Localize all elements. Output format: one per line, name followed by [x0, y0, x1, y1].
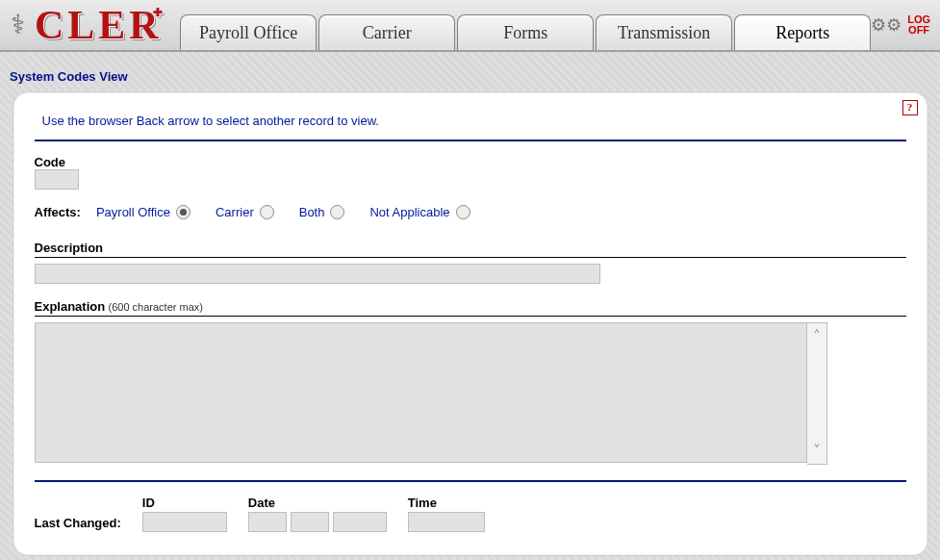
last-changed-id-col: ID [142, 496, 227, 532]
date-part-1 [248, 512, 287, 532]
app-logo: CLER✚ [35, 2, 176, 48]
description-divider [35, 257, 906, 258]
page-title: System Codes View [0, 52, 940, 89]
radio-icon [176, 205, 191, 219]
explanation-field-block: Explanation (600 character max) ˄ ˅ [35, 299, 906, 465]
explanation-note: (600 character max) [109, 301, 203, 313]
instruction-text: Use the browser Back arrow to select ano… [35, 108, 906, 136]
divider-bottom [35, 480, 906, 482]
nav-tabs: Payroll Office Carrier Forms Transmissio… [180, 0, 871, 50]
help-icon[interactable]: ? [902, 100, 918, 115]
id-value-box [142, 512, 227, 532]
code-label: Code [35, 155, 906, 169]
last-changed-date-col: Date [248, 496, 387, 532]
log-off-line2: OFF [907, 25, 930, 36]
tab-transmission[interactable]: Transmission [596, 14, 732, 50]
affects-option-label: Payroll Office [96, 205, 170, 219]
tab-carrier[interactable]: Carrier [318, 14, 455, 50]
affects-option-label: Carrier [216, 205, 254, 219]
description-label: Description [35, 241, 906, 255]
date-value-boxes [248, 512, 387, 532]
code-value-box [35, 169, 79, 190]
tab-reports[interactable]: Reports [734, 14, 871, 50]
divider-top [35, 140, 906, 141]
affects-label: Affects: [35, 205, 81, 219]
affects-option-payroll-office[interactable]: Payroll Office [96, 205, 191, 219]
tab-forms[interactable]: Forms [457, 14, 594, 50]
description-value-box [35, 264, 600, 284]
header-right-controls: ⚙⚙ LOG OFF [871, 0, 940, 50]
plus-icon: ✚ [153, 6, 166, 19]
last-changed-time-col: Time [408, 496, 485, 532]
explanation-scrollbar[interactable]: ˄ ˅ [807, 322, 827, 465]
time-value-box [408, 512, 485, 532]
date-label: Date [248, 496, 387, 510]
top-bar: ⚕ CLER✚ Payroll Office Carrier Forms Tra… [0, 0, 940, 52]
radio-icon [456, 205, 470, 219]
scroll-down-icon[interactable]: ˅ [813, 438, 821, 464]
affects-option-both[interactable]: Both [299, 205, 345, 219]
affects-row: Affects: Payroll Office Carrier Both Not… [35, 205, 906, 219]
app-logo-text: CLER [35, 3, 163, 47]
description-field-block: Description [35, 241, 906, 284]
explanation-divider [35, 316, 906, 317]
affects-option-carrier[interactable]: Carrier [216, 205, 274, 219]
affects-option-label: Not Applicable [369, 205, 449, 219]
caduceus-icon: ⚕ [6, 4, 29, 46]
tab-payroll-office[interactable]: Payroll Office [180, 14, 317, 50]
explanation-value-box [35, 322, 807, 463]
main-panel: ? Use the browser Back arrow to select a… [13, 91, 928, 556]
last-changed-row: Last Changed: ID Date Time [35, 496, 906, 532]
settings-gears-icon[interactable]: ⚙⚙ [871, 14, 902, 36]
explanation-wrap: ˄ ˅ [35, 322, 827, 465]
radio-icon [330, 205, 344, 219]
radio-icon [260, 205, 274, 219]
affects-option-not-applicable[interactable]: Not Applicable [369, 205, 470, 219]
logo-area: ⚕ CLER✚ [0, 0, 180, 50]
log-off-button[interactable]: LOG OFF [907, 14, 930, 36]
affects-option-label: Both [299, 205, 325, 219]
last-changed-label: Last Changed: [35, 516, 121, 532]
date-part-2 [291, 512, 329, 532]
id-label: ID [142, 496, 227, 510]
date-part-3 [333, 512, 387, 532]
time-label: Time [408, 496, 485, 510]
explanation-label: Explanation [35, 299, 106, 314]
code-field-block: Code [35, 155, 906, 190]
scroll-up-icon[interactable]: ˄ [813, 323, 821, 349]
